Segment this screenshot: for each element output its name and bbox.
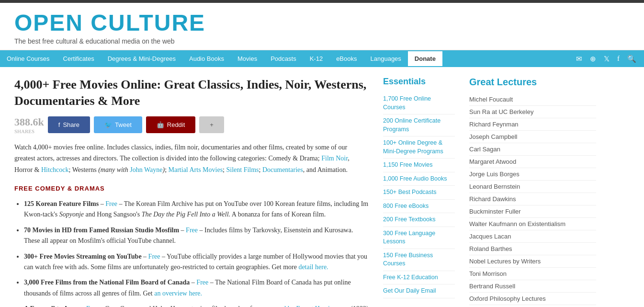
- sidebar-link-podcasts[interactable]: 150+ Best Podcasts: [383, 186, 455, 200]
- nav-certificates[interactable]: Certificates: [56, 50, 101, 67]
- reddit-icon-btn: 🤖: [157, 121, 164, 128]
- article-list: 125 Korean Feature Films – Free – The Ko…: [24, 199, 369, 307]
- film-noir-link[interactable]: Film Noir: [321, 155, 348, 162]
- nav-podcasts[interactable]: Podcasts: [264, 50, 303, 67]
- hitchcock-link[interactable]: Hitchcock: [41, 166, 69, 173]
- lecture-buckminster-fuller[interactable]: Buckminster Fuller: [469, 205, 596, 218]
- essentials-title: Essentials: [383, 77, 455, 87]
- item-link[interactable]: Free: [196, 279, 208, 286]
- sidebar-link-certificates[interactable]: 200 Online Certificate Programs: [383, 114, 455, 136]
- nav-online-courses[interactable]: Online Courses: [0, 50, 56, 67]
- nav-audio-books[interactable]: Audio Books: [182, 50, 231, 67]
- email-icon[interactable]: ✉: [573, 51, 585, 67]
- facebook-icon[interactable]: f: [614, 51, 622, 67]
- sidebar-link-movies[interactable]: 1,150 Free Movies: [383, 159, 455, 172]
- lecture-richard-dawkins[interactable]: Richard Dawkins: [469, 193, 596, 205]
- silent-films-link[interactable]: Silent Films: [226, 166, 259, 173]
- lecture-margaret-atwood[interactable]: Margaret Atwood: [469, 156, 596, 168]
- search-icon[interactable]: 🔍: [624, 51, 639, 67]
- item-title: 125 Korean Feature Films: [24, 200, 99, 207]
- nav-icons: ✉ ⊕ 𝕏 f 🔍: [573, 51, 644, 67]
- john-wayne-link[interactable]: John Wayne: [130, 166, 162, 173]
- documentaries-link[interactable]: Documentaries: [262, 166, 303, 173]
- overview-link[interactable]: an overview here.: [154, 290, 202, 297]
- novel-link[interactable]: novel by Ernest Hemingway.: [271, 305, 349, 307]
- item-title: A Farewell to Arms: [24, 305, 79, 307]
- twitter-icon[interactable]: 𝕏: [601, 51, 612, 67]
- nav-k12[interactable]: K-12: [303, 50, 329, 67]
- article-intro: Watch 4,000+ movies free online. Include…: [14, 142, 369, 176]
- sidebar-link-language[interactable]: 300 Free Language Lessons: [383, 227, 455, 249]
- item-title: 3,000 Free Films from the National Film …: [24, 279, 190, 286]
- great-lectures-title: Great Lectures: [469, 77, 596, 88]
- item-title: 70 Movies in HD from Famed Russian Studi…: [24, 227, 179, 234]
- article-body: Watch 4,000+ movies free online. Include…: [14, 142, 369, 307]
- rss-icon[interactable]: ⊕: [587, 51, 599, 67]
- share-count-block: 388.6k SHARES: [14, 116, 44, 134]
- sidebar-link-email[interactable]: Get Our Daily Email: [383, 284, 455, 298]
- lecture-jorge-luis-borges[interactable]: Jorge Luis Borges: [469, 168, 596, 181]
- item-link[interactable]: Free: [148, 253, 160, 260]
- list-item: 3,000 Free Films from the National Film …: [24, 277, 369, 299]
- main-content: 4,000+ Free Movies Online: Great Classic…: [14, 77, 369, 307]
- share-row: 388.6k SHARES f Share 🐦 Tweet 🤖 Reddit +: [14, 116, 369, 134]
- facebook-share-button[interactable]: f Share: [48, 116, 90, 133]
- share-count: 388.6k: [14, 116, 44, 128]
- lecture-jacques-lacan[interactable]: Jacques Lacan: [469, 230, 596, 243]
- martial-arts-link[interactable]: Martial Arts Movies: [169, 166, 223, 173]
- item-link[interactable]: Free: [86, 305, 98, 307]
- section-heading: Free Comedy & Dramas: [14, 183, 369, 194]
- item-title: 300+ Free Movies Streaming on YouTube: [24, 253, 142, 260]
- lecture-bertrand-russell[interactable]: Bertrand Russell: [469, 280, 596, 293]
- sidebar-link-degrees[interactable]: 100+ Online Degree & Mini-Degree Program…: [383, 136, 455, 159]
- twitter-share-button[interactable]: 🐦 Tweet: [94, 116, 142, 133]
- lecture-leonard-bernstein[interactable]: Leonard Bernstein: [469, 181, 596, 193]
- site-tagline: The best free cultural & educational med…: [14, 37, 630, 45]
- item-link[interactable]: Free: [105, 200, 117, 207]
- twitter-icon-btn: 🐦: [104, 121, 112, 128]
- lecture-walter-kaufmann[interactable]: Walter Kaufmann on Existentialism: [469, 218, 596, 230]
- list-item: 300+ Free Movies Streaming on YouTube – …: [24, 251, 369, 273]
- sidebar-link-ebooks[interactable]: 800 Free eBooks: [383, 200, 455, 214]
- nav-movies[interactable]: Movies: [231, 50, 264, 67]
- header: OPEN CULTURE The best free cultural & ed…: [0, 3, 644, 50]
- lecture-carl-sagan[interactable]: Carl Sagan: [469, 143, 596, 156]
- lecture-oxford-philosophy[interactable]: Oxford Philosophy Lectures: [469, 293, 596, 305]
- lecture-roland-barthes[interactable]: Roland Barthes: [469, 243, 596, 255]
- nav-degrees[interactable]: Degrees & Mini-Degrees: [101, 50, 182, 67]
- sidebar-link-audiobooks[interactable]: 1,000 Free Audio Books: [383, 172, 455, 186]
- lecture-joseph-campbell[interactable]: Joseph Campbell: [469, 131, 596, 143]
- lecture-michel-foucault[interactable]: Michel Foucault: [469, 93, 596, 106]
- facebook-icon-btn: f: [58, 121, 60, 128]
- list-item: 70 Movies in HD from Famed Russian Studi…: [24, 225, 369, 247]
- reddit-share-button[interactable]: 🤖 Reddit: [146, 116, 196, 133]
- main-nav: Online Courses Certificates Degrees & Mi…: [0, 50, 644, 67]
- nav-donate[interactable]: Donate: [408, 51, 442, 66]
- sidebar-link-textbooks[interactable]: 200 Free Textbooks: [383, 213, 455, 227]
- lecture-sun-ra[interactable]: Sun Ra at UC Berkeley: [469, 106, 596, 118]
- list-item: 125 Korean Feature Films – Free – The Ko…: [24, 199, 369, 220]
- site-title: OPEN CULTURE: [14, 11, 630, 34]
- share-label: SHARES: [14, 128, 44, 134]
- detail-link[interactable]: detail here.: [298, 263, 328, 271]
- right-sidebar: Great Lectures Michel Foucault Sun Ra at…: [469, 77, 596, 307]
- article-title: 4,000+ Free Movies Online: Great Classic…: [14, 77, 369, 109]
- sidebar-link-courses[interactable]: 1,700 Free Online Courses: [383, 92, 455, 114]
- nav-links: Online Courses Certificates Degrees & Mi…: [0, 50, 442, 67]
- item-link[interactable]: Free: [186, 227, 198, 234]
- nav-languages[interactable]: Languages: [364, 50, 408, 67]
- list-item: A Farewell to Arms – Free – Gary Cooper …: [24, 304, 369, 307]
- lecture-nobel-writers[interactable]: Nobel Lectures by Writers: [469, 255, 596, 268]
- sidebar-link-k12[interactable]: Free K-12 Education: [383, 271, 455, 285]
- content-wrapper: 4,000+ Free Movies Online: Great Classic…: [0, 67, 644, 307]
- sidebar-link-business[interactable]: 150 Free Business Courses: [383, 249, 455, 271]
- lecture-toni-morrison[interactable]: Toni Morrison: [469, 268, 596, 280]
- nav-ebooks[interactable]: eBooks: [329, 50, 363, 67]
- essentials-sidebar: Essentials 1,700 Free Online Courses 200…: [383, 77, 455, 307]
- more-share-button[interactable]: +: [199, 116, 224, 133]
- lecture-richard-feynman[interactable]: Richard Feynman: [469, 118, 596, 131]
